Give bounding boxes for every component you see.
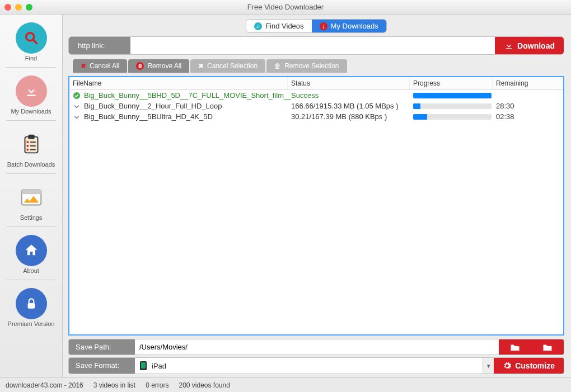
minimize-window-button[interactable] bbox=[15, 4, 22, 11]
save-format-value: iPad bbox=[152, 362, 166, 370]
add-folder-button[interactable]: + bbox=[499, 339, 531, 355]
col-progress[interactable]: Progress bbox=[410, 77, 493, 89]
main-panel: ⌕ Find Videos ↓ My Downloads http link: … bbox=[63, 15, 571, 377]
cancel-selection-button[interactable]: ✖Cancel Selection bbox=[190, 59, 265, 73]
row-progress bbox=[413, 114, 496, 120]
download-icon bbox=[16, 75, 47, 107]
svg-text:+: + bbox=[517, 343, 520, 348]
download-button-label: Download bbox=[517, 41, 555, 50]
col-status[interactable]: Status bbox=[288, 77, 410, 89]
tab-segment: ⌕ Find Videos ↓ My Downloads bbox=[246, 19, 387, 33]
tab-find-videos[interactable]: ⌕ Find Videos bbox=[246, 20, 311, 32]
col-filename[interactable]: FileName bbox=[69, 77, 288, 89]
customize-button[interactable]: Customize bbox=[494, 358, 564, 374]
svg-point-0 bbox=[26, 33, 34, 41]
lock-icon bbox=[16, 288, 47, 319]
table-header: FileName Status Progress Remaining bbox=[69, 77, 563, 90]
ipad-icon bbox=[139, 361, 147, 371]
row-status: 30.21/167.39 MB (880 KBps ) bbox=[291, 112, 413, 121]
status-bar: downloader43.com - 2016 3 videos in list… bbox=[0, 377, 571, 392]
table-row[interactable]: Big_Buck_Bunny__5BHD_5D__7C_FULL_MOVIE_S… bbox=[69, 90, 563, 101]
clipboard-icon bbox=[16, 129, 47, 160]
row-remaining: 02:38 bbox=[496, 112, 560, 121]
sidebar-item-label: Premium Version bbox=[8, 320, 55, 327]
sidebar-item-label: My Downloads bbox=[11, 108, 51, 115]
svg-rect-14 bbox=[506, 48, 512, 49]
titlebar: Free Video Downloader bbox=[0, 0, 571, 15]
row-filename: Big_Buck_Bunny__2_Hour_Full_HD_Loop bbox=[84, 102, 222, 110]
row-remaining: 28:30 bbox=[496, 102, 560, 110]
chevron-down-icon[interactable]: ▼ bbox=[483, 358, 494, 374]
sidebar-item-label: Settings bbox=[20, 214, 43, 221]
svg-rect-3 bbox=[25, 137, 38, 153]
row-filename: Big_Buck_Bunny__5BHD_5D__7C_FULL_MOVIE_S… bbox=[84, 91, 291, 100]
save-path-input[interactable] bbox=[135, 339, 499, 355]
open-folder-button[interactable] bbox=[531, 339, 564, 355]
sidebar-item-find[interactable]: Find bbox=[6, 19, 57, 63]
sidebar-item-label: Batch Downloads bbox=[7, 161, 55, 168]
download-dot-icon: ↓ bbox=[320, 22, 327, 30]
svg-point-5 bbox=[26, 141, 29, 143]
search-dot-icon: ⌕ bbox=[254, 22, 262, 30]
http-link-bar: http link: Download bbox=[68, 36, 564, 55]
download-arrow-icon bbox=[504, 41, 514, 51]
download-button[interactable]: Download bbox=[495, 37, 564, 54]
table-body: Big_Buck_Bunny__5BHD_5D__7C_FULL_MOVIE_S… bbox=[69, 90, 563, 334]
sidebar-item-premium[interactable]: Premium Version bbox=[6, 285, 57, 328]
x-icon: ✖ bbox=[198, 62, 204, 70]
col-remaining[interactable]: Remaining bbox=[493, 77, 563, 89]
svg-point-7 bbox=[26, 149, 29, 151]
customize-label: Customize bbox=[515, 361, 555, 370]
row-status: Success bbox=[291, 91, 413, 100]
status-list: 3 videos in list bbox=[93, 381, 135, 389]
tab-label: My Downloads bbox=[331, 22, 378, 30]
remove-all-button[interactable]: 🗑Remove All bbox=[128, 59, 189, 73]
sidebar-item-label: About bbox=[23, 267, 39, 274]
table-row[interactable]: Big_Buck_Bunny__5BUltra_HD_4K_5D30.21/16… bbox=[69, 111, 563, 122]
svg-rect-12 bbox=[21, 190, 41, 195]
sidebar-item-downloads[interactable]: My Downloads bbox=[6, 72, 57, 116]
cancel-all-button[interactable]: ✖Cancel All bbox=[73, 59, 127, 73]
downloads-table: FileName Status Progress Remaining Big_B… bbox=[68, 76, 564, 336]
x-icon: ✖ bbox=[81, 62, 86, 70]
http-link-label: http link: bbox=[69, 37, 130, 54]
svg-rect-2 bbox=[27, 95, 35, 96]
gear-icon bbox=[503, 361, 512, 370]
row-progress bbox=[413, 93, 496, 98]
tab-my-downloads[interactable]: ↓ My Downloads bbox=[312, 20, 386, 32]
save-path-label: Save Path: bbox=[69, 339, 135, 355]
sidebar: Find My Downloads Batch Downloads Settin… bbox=[0, 15, 63, 377]
save-format-select[interactable]: iPad bbox=[135, 358, 483, 374]
remove-selection-button[interactable]: 🗑Remove Selection bbox=[266, 59, 347, 73]
save-path-row: Save Path: + bbox=[68, 339, 564, 355]
status-errors: 0 errors bbox=[146, 381, 169, 389]
sidebar-item-settings[interactable]: Settings bbox=[6, 178, 57, 222]
trash-icon: 🗑 bbox=[274, 62, 281, 70]
svg-rect-4 bbox=[28, 135, 35, 139]
sidebar-item-about[interactable]: About bbox=[6, 232, 57, 275]
http-link-input[interactable] bbox=[130, 37, 495, 54]
row-status-icon bbox=[73, 102, 81, 110]
zoom-window-button[interactable] bbox=[26, 4, 32, 11]
status-site: downloader43.com - 2016 bbox=[6, 381, 83, 389]
search-icon bbox=[16, 22, 47, 54]
action-row: ✖Cancel All 🗑Remove All ✖Cancel Selectio… bbox=[68, 59, 564, 73]
window-title: Free Video Downloader bbox=[32, 3, 539, 11]
sidebar-item-batch[interactable]: Batch Downloads bbox=[6, 125, 57, 169]
svg-rect-18 bbox=[141, 362, 146, 369]
svg-point-6 bbox=[26, 145, 29, 147]
svg-rect-13 bbox=[27, 303, 35, 309]
row-status-icon bbox=[73, 113, 81, 121]
status-found: 200 videos found bbox=[179, 381, 230, 389]
row-status: 166.66/1915.33 MB (1.05 MBps ) bbox=[291, 102, 413, 110]
settings-icon bbox=[16, 182, 47, 213]
row-status-icon bbox=[73, 92, 81, 100]
folder-plus-icon: + bbox=[510, 343, 520, 352]
row-filename: Big_Buck_Bunny__5BUltra_HD_4K_5D bbox=[84, 112, 213, 121]
table-row[interactable]: Big_Buck_Bunny__2_Hour_Full_HD_Loop166.6… bbox=[69, 101, 563, 111]
save-format-row: Save Format: iPad ▼ Customize bbox=[68, 357, 564, 374]
folder-icon bbox=[542, 343, 553, 352]
home-icon bbox=[16, 235, 47, 266]
close-window-button[interactable] bbox=[4, 4, 11, 11]
trash-icon: 🗑 bbox=[136, 62, 144, 70]
